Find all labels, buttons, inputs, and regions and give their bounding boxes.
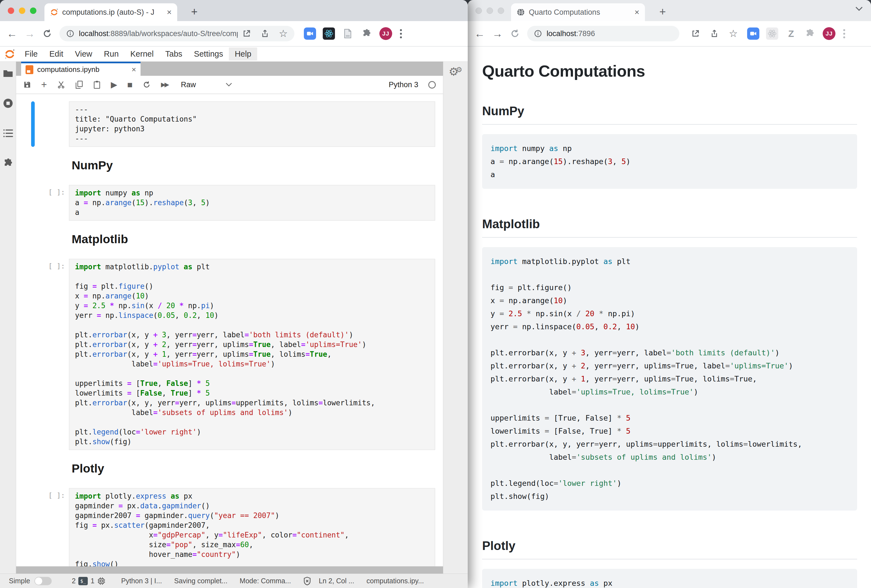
restart-icon[interactable] bbox=[142, 81, 151, 89]
z-icon[interactable]: Z bbox=[785, 27, 797, 40]
matplotlib-cell-code[interactable]: import matplotlib.pyplot as plt fig = pl… bbox=[75, 262, 429, 447]
quarto-rendered-page[interactable]: Quarto Computations NumPy import numpy a… bbox=[468, 47, 871, 588]
chevron-down-icon[interactable] bbox=[225, 82, 232, 87]
running-kernels-icon[interactable] bbox=[3, 98, 13, 108]
cell-prompt bbox=[35, 101, 69, 147]
cell-collapser[interactable] bbox=[31, 101, 35, 147]
window-controls[interactable] bbox=[476, 7, 504, 14]
browser-menu-icon[interactable] bbox=[399, 28, 403, 39]
zoom-video-icon[interactable] bbox=[304, 27, 316, 40]
tab-close-icon[interactable]: × bbox=[635, 8, 639, 16]
bookmark-star-icon[interactable]: ☆ bbox=[729, 28, 738, 39]
notebook-tab-label: computations.ipynb bbox=[37, 65, 99, 74]
back-icon[interactable]: ← bbox=[474, 28, 485, 39]
notebook-tab-close-icon[interactable]: × bbox=[132, 65, 136, 74]
menu-settings[interactable]: Settings bbox=[188, 48, 229, 61]
reload-icon[interactable] bbox=[42, 28, 52, 39]
jupyter-status-bar: Simple 2 $_ 1 Python 3 | I... Saving com… bbox=[0, 573, 468, 588]
close-window-button[interactable] bbox=[476, 7, 482, 14]
menu-edit[interactable]: Edit bbox=[43, 48, 69, 61]
react-devtools-icon[interactable] bbox=[766, 27, 778, 40]
cursor-position[interactable]: Ln 2, Col ... bbox=[319, 577, 355, 585]
property-inspector-gears-icon[interactable]: ⚙⚙ bbox=[449, 66, 462, 573]
browser-menu-icon[interactable] bbox=[842, 28, 846, 39]
zoom-window-button[interactable] bbox=[498, 7, 504, 14]
kernel-status-text[interactable]: Python 3 | I... bbox=[121, 577, 162, 585]
new-tab-button[interactable]: + bbox=[659, 6, 666, 17]
document-icon[interactable] bbox=[342, 27, 354, 40]
add-cell-icon[interactable]: + bbox=[41, 80, 47, 90]
folder-icon[interactable] bbox=[3, 69, 13, 78]
bookmark-star-icon[interactable]: ☆ bbox=[279, 28, 288, 39]
zoom-video-icon[interactable] bbox=[747, 27, 759, 40]
menu-help[interactable]: Help bbox=[229, 48, 257, 61]
copy-icon[interactable] bbox=[75, 81, 83, 89]
cut-icon[interactable] bbox=[57, 81, 65, 89]
forward-icon[interactable]: → bbox=[492, 28, 503, 39]
back-icon[interactable]: ← bbox=[7, 28, 17, 39]
trust-shield-icon[interactable] bbox=[303, 577, 311, 585]
raw-cell[interactable]: ---title: "Quarto Computations"jupyter: … bbox=[16, 101, 443, 147]
share-icon[interactable] bbox=[260, 29, 269, 38]
browser-tab[interactable]: Quarto Computations × bbox=[511, 3, 645, 21]
puzzle-extensions-icon[interactable] bbox=[804, 27, 816, 40]
share-icon[interactable] bbox=[710, 29, 719, 38]
cell-collapser[interactable] bbox=[31, 185, 35, 221]
kernel-name[interactable]: Python 3 bbox=[389, 81, 418, 89]
heading-numpy: NumPy bbox=[72, 158, 443, 172]
mode-indicator[interactable]: Mode: Comma... bbox=[240, 577, 291, 585]
paste-icon[interactable] bbox=[93, 81, 101, 89]
tab-search-chevron-icon[interactable] bbox=[855, 6, 863, 12]
open-in-window-icon[interactable] bbox=[691, 29, 700, 38]
profile-avatar[interactable]: JJ bbox=[823, 27, 835, 40]
puzzle-extensions-icon[interactable] bbox=[3, 158, 13, 168]
kernels-count[interactable]: 1 bbox=[91, 577, 94, 585]
fast-forward-icon[interactable]: ▶▶ bbox=[161, 82, 168, 88]
terminal-icon: $_ bbox=[78, 577, 88, 585]
zoom-window-button[interactable] bbox=[30, 7, 36, 14]
browser-tab[interactable]: computations.ip (auto-S) - Jup × bbox=[45, 3, 177, 21]
profile-avatar[interactable]: JJ bbox=[379, 27, 392, 40]
plotly-code-cell[interactable]: [ ]: import plotly.express as pxgapminde… bbox=[16, 488, 443, 566]
address-bar[interactable]: localhost:8889/lab/workspaces/auto-S/tre… bbox=[60, 26, 295, 41]
simple-mode-toggle[interactable] bbox=[34, 577, 52, 585]
table-of-contents-icon[interactable] bbox=[3, 129, 13, 138]
address-bar[interactable]: localhost:7896 bbox=[527, 26, 679, 41]
numpy-cell-code[interactable]: import numpy as npa = np.arange(15).resh… bbox=[75, 188, 429, 217]
site-info-icon[interactable] bbox=[534, 30, 542, 38]
menu-file[interactable]: File bbox=[19, 48, 43, 61]
menu-tabs[interactable]: Tabs bbox=[159, 48, 188, 61]
kernel-status-icon[interactable] bbox=[428, 81, 436, 88]
cell-collapser[interactable] bbox=[31, 259, 35, 450]
notebook-tab[interactable]: computations.ipynb × bbox=[21, 62, 141, 76]
cell-collapser[interactable] bbox=[31, 488, 35, 566]
run-icon[interactable]: ▶ bbox=[111, 81, 117, 89]
site-info-icon[interactable] bbox=[66, 30, 75, 38]
numpy-code-cell[interactable]: [ ]: import numpy as npa = np.arange(15)… bbox=[16, 185, 443, 221]
terminals-count[interactable]: 2 bbox=[72, 577, 76, 585]
heading-matplotlib: Matplotlib bbox=[72, 232, 443, 246]
menu-view[interactable]: View bbox=[69, 48, 98, 61]
section-heading-numpy: NumPy bbox=[482, 104, 857, 125]
notebook-panel[interactable]: ---title: "Quarto Computations"jupyter: … bbox=[16, 94, 443, 566]
minimize-window-button[interactable] bbox=[19, 7, 25, 14]
matplotlib-code-cell[interactable]: [ ]: import matplotlib.pyplot as plt fig… bbox=[16, 259, 443, 450]
menu-run[interactable]: Run bbox=[98, 48, 124, 61]
puzzle-extensions-icon[interactable] bbox=[361, 27, 373, 40]
menu-kernel[interactable]: Kernel bbox=[124, 48, 159, 61]
open-in-window-icon[interactable] bbox=[242, 29, 251, 38]
new-tab-button[interactable]: + bbox=[191, 6, 198, 17]
react-devtools-icon[interactable] bbox=[323, 27, 335, 40]
raw-cell-code[interactable]: ---title: "Quarto Computations"jupyter: … bbox=[75, 104, 429, 143]
cell-type-dropdown[interactable]: Raw bbox=[181, 81, 196, 89]
minimize-window-button[interactable] bbox=[486, 7, 493, 14]
forward-icon[interactable]: → bbox=[24, 28, 35, 39]
reload-icon[interactable] bbox=[510, 28, 520, 39]
close-window-button[interactable] bbox=[8, 7, 14, 14]
stop-icon[interactable]: ■ bbox=[127, 80, 132, 89]
cell-prompt: [ ]: bbox=[35, 185, 69, 221]
plotly-cell-code[interactable]: import plotly.express as pxgapminder = p… bbox=[75, 491, 429, 566]
tab-close-icon[interactable]: × bbox=[167, 8, 172, 16]
window-controls[interactable] bbox=[8, 7, 36, 14]
save-icon[interactable] bbox=[23, 81, 31, 88]
